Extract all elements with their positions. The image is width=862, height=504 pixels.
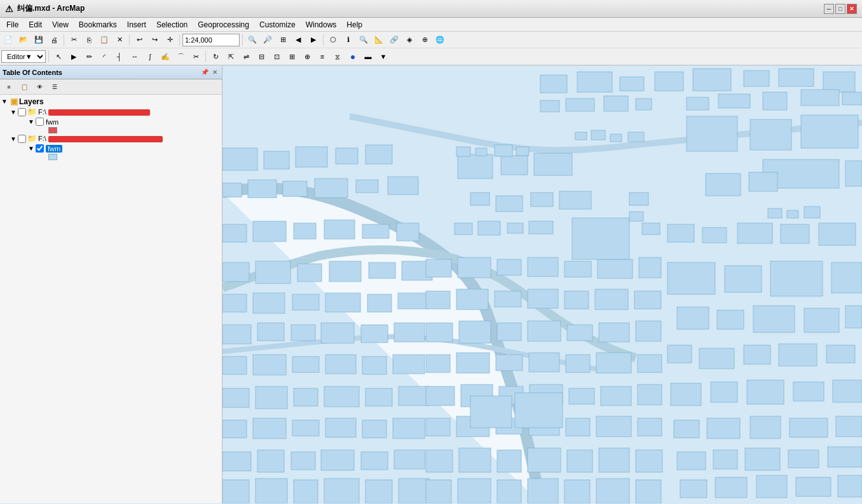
cut-tool[interactable]: ✂: [189, 50, 203, 64]
zoom-out-button[interactable]: 🔎: [261, 33, 275, 47]
toc-selection-btn[interactable]: ☰: [48, 80, 62, 94]
menu-edit[interactable]: Edit: [24, 19, 47, 31]
svg-rect-105: [257, 323, 284, 341]
attrib-btn[interactable]: ≡: [315, 50, 329, 64]
blue-circle-btn[interactable]: ●: [346, 50, 360, 64]
menu-selection[interactable]: Selection: [151, 19, 193, 31]
delete-button[interactable]: ✕: [113, 33, 127, 47]
freehand-tool[interactable]: ✍: [158, 50, 172, 64]
map-area[interactable]: [222, 65, 862, 503]
offset-tool[interactable]: ⊟: [254, 50, 268, 64]
html-button[interactable]: ◈: [402, 33, 416, 47]
snap-btn[interactable]: ⊕: [300, 50, 314, 64]
hyperlink-button[interactable]: 🔗: [387, 33, 401, 47]
svg-rect-3: [744, 71, 769, 86]
curve-tool[interactable]: ∫: [143, 50, 157, 64]
menu-help[interactable]: Help: [341, 19, 367, 31]
arc-tool[interactable]: ◜: [97, 50, 111, 64]
menu-windows[interactable]: Windows: [301, 19, 342, 31]
menu-view[interactable]: View: [47, 19, 74, 31]
menu-geoprocessing[interactable]: Geoprocessing: [193, 19, 254, 31]
svg-rect-9: [801, 90, 839, 106]
trim-tool[interactable]: ⊡: [270, 50, 284, 64]
mirror-tool[interactable]: ⇌: [239, 50, 253, 64]
svg-rect-145: [598, 259, 633, 278]
save-button[interactable]: 💾: [32, 33, 46, 47]
extend-tool[interactable]: ⊞: [285, 50, 299, 64]
menu-customize[interactable]: Customize: [254, 19, 301, 31]
main-area: Table Of Contents 📌 ✕ ≡ 📋 👁 ☰ ▼ ▣ Layers: [0, 65, 862, 503]
fwm2-check[interactable]: [36, 144, 44, 153]
toc-list-btn[interactable]: ≡: [2, 80, 16, 94]
svg-rect-71: [826, 345, 855, 363]
redo-button[interactable]: ↪: [147, 33, 161, 47]
svg-rect-156: [497, 323, 521, 341]
zoom-in-button[interactable]: 🔍: [245, 33, 259, 47]
measure-button[interactable]: 📐: [372, 33, 386, 47]
scale-tool[interactable]: ⇱: [224, 50, 238, 64]
undo-button[interactable]: ↩: [132, 33, 146, 47]
sep7: [205, 51, 206, 62]
group2-check[interactable]: [18, 135, 26, 143]
minimize-button[interactable]: ─: [824, 4, 834, 14]
toc-pin-button[interactable]: 📌: [200, 68, 209, 77]
next-extent-button[interactable]: ▶: [306, 33, 320, 47]
topology-btn[interactable]: ⧖: [331, 50, 345, 64]
print-button[interactable]: 🖨: [47, 33, 61, 47]
expand-fwm2[interactable]: ▼: [28, 145, 36, 152]
svg-rect-7: [718, 94, 750, 108]
add-data-button[interactable]: ⊕: [418, 33, 432, 47]
expand-layers[interactable]: ▼: [1, 98, 9, 105]
menu-insert[interactable]: Insert: [122, 19, 151, 31]
maximize-button[interactable]: □: [835, 4, 845, 14]
svg-rect-61: [831, 262, 862, 293]
toc-close-button[interactable]: ✕: [210, 68, 219, 77]
group1-check[interactable]: [18, 108, 26, 116]
app-title: 纠偏.mxd - ArcMap: [17, 3, 85, 14]
edit-annotation[interactable]: ▶: [67, 50, 81, 64]
fwm2-label[interactable]: fwm: [46, 145, 62, 153]
prev-extent-button[interactable]: ◀: [291, 33, 305, 47]
menu-bookmarks[interactable]: Bookmarks: [74, 19, 122, 31]
svg-rect-147: [426, 291, 450, 309]
menu-file[interactable]: File: [1, 19, 24, 31]
svg-rect-67: [667, 345, 692, 363]
identify-button[interactable]: ℹ: [341, 33, 355, 47]
svg-rect-197: [470, 396, 512, 428]
paste-button[interactable]: 📋: [97, 33, 111, 47]
editor-dropdown[interactable]: Editor▼: [1, 50, 46, 63]
more-btn[interactable]: ▼: [376, 50, 390, 64]
edit-tool[interactable]: ↖: [51, 50, 65, 64]
svg-rect-73: [711, 382, 737, 402]
toc-source-btn[interactable]: 📋: [17, 80, 31, 94]
rect-btn[interactable]: ▬: [361, 50, 375, 64]
expand-fwm1[interactable]: ▼: [28, 118, 36, 125]
reshape-tool[interactable]: ⌒: [174, 50, 188, 64]
expand-group2[interactable]: ▼: [10, 135, 18, 142]
svg-rect-201: [642, 223, 660, 235]
close-button[interactable]: ✕: [847, 4, 857, 14]
fwm1-check[interactable]: [36, 118, 44, 126]
distance-tool[interactable]: ↔: [128, 50, 142, 64]
sep3: [179, 34, 180, 46]
midpoint-tool[interactable]: ┤: [113, 50, 127, 64]
zoom-input[interactable]: [182, 34, 240, 46]
svg-rect-102: [367, 294, 392, 312]
svg-rect-54: [702, 228, 727, 243]
cut-button[interactable]: ✂: [67, 33, 81, 47]
expand-group1[interactable]: ▼: [10, 109, 18, 116]
sketch-tool[interactable]: ✏: [82, 50, 96, 64]
find-button[interactable]: 🔍: [357, 33, 371, 47]
new-button[interactable]: 📄: [1, 33, 15, 47]
copy-button[interactable]: ⎘: [82, 33, 96, 47]
open-button[interactable]: 📂: [17, 33, 31, 47]
full-extent-button[interactable]: ⊞: [276, 33, 290, 47]
select-button[interactable]: ⬡: [326, 33, 340, 47]
toc-visibility-btn[interactable]: 👁: [32, 80, 46, 94]
rotate-tool[interactable]: ↻: [209, 50, 222, 64]
arcgis-button[interactable]: 🌐: [433, 33, 447, 47]
toc-controls: 📌 ✕: [200, 68, 219, 77]
group1-fwm-row: ▼ fwm: [28, 117, 222, 126]
pan-tool[interactable]: ✛: [163, 33, 177, 47]
svg-rect-77: [674, 420, 699, 438]
